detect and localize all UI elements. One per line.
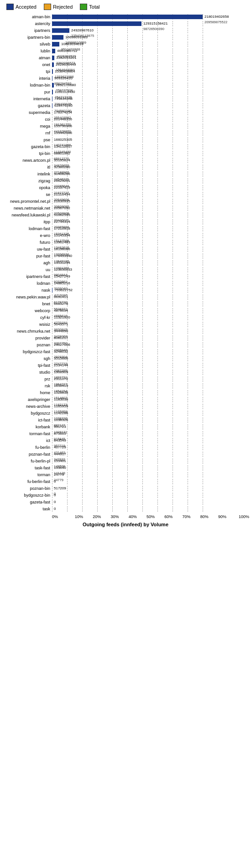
grid-line (173, 267, 173, 272)
grid-line (112, 472, 113, 478)
grid-line (97, 281, 98, 286)
grid-line (112, 205, 113, 211)
bar-area: 66914116179720 (52, 294, 249, 300)
grid-line (127, 452, 128, 457)
grid-line (127, 103, 128, 108)
grid-line (52, 335, 52, 341)
table-row: pur1161113430754713326 (2, 89, 249, 95)
grid-line (157, 465, 158, 471)
bar-accepted (52, 103, 52, 108)
grid-line (112, 499, 113, 505)
grid-line (127, 288, 128, 293)
table-row: fu-berlin407729431462 (2, 444, 249, 451)
grid-line (127, 96, 128, 102)
grid-line (188, 253, 188, 259)
grid-line (157, 458, 158, 464)
grid-line (203, 424, 203, 430)
grid-line (157, 274, 158, 279)
grid-line (173, 308, 173, 313)
row-label: tpi-fast (2, 363, 52, 368)
row-label: prz (2, 377, 52, 381)
table-row: poznan-fast444917347832 (2, 451, 249, 457)
grid-line (203, 164, 203, 170)
grid-line (173, 335, 173, 341)
grid-line (142, 431, 143, 437)
grid-line (203, 431, 203, 437)
grid-line (157, 342, 158, 348)
grid-line (173, 322, 173, 327)
bar-area: 0 (52, 479, 249, 484)
grid-line (142, 130, 143, 136)
grid-line (52, 349, 52, 354)
grid-line (173, 383, 173, 389)
grid-line (67, 493, 68, 498)
grid-line (142, 21, 143, 26)
grid-line (173, 76, 173, 81)
grid-line (142, 48, 143, 54)
grid-line (112, 294, 113, 300)
grid-line (203, 370, 203, 375)
grid-line (67, 445, 68, 450)
grid-line (127, 411, 128, 416)
bar-area: 1038326882127 (52, 417, 249, 423)
grid-line (82, 240, 83, 245)
grid-line (188, 199, 188, 204)
table-row: task0 (2, 506, 249, 512)
row-label: futuro (2, 240, 52, 245)
grid-line (142, 171, 143, 177)
grid-line (203, 274, 203, 279)
grid-line (52, 472, 52, 478)
grid-line (173, 472, 173, 478)
table-row: ict-fast1038326882127 (2, 417, 249, 423)
grid-line (173, 315, 173, 320)
grid-line (188, 233, 188, 238)
grid-line (82, 82, 83, 88)
grid-line (142, 411, 143, 416)
grid-line (188, 69, 188, 74)
grid-line (157, 199, 158, 204)
grid-line (173, 342, 173, 348)
bar-area: 969326420856294593 (52, 76, 249, 81)
grid-line (82, 103, 83, 108)
grid-line (112, 219, 113, 225)
grid-line (157, 247, 158, 252)
table-row: pse166025305140741866 (2, 137, 249, 143)
row-label: axelspringer (2, 397, 52, 402)
grid-line (127, 363, 128, 368)
row-label: wsisiz (2, 322, 52, 327)
row-label: news.chmurka.net (2, 329, 52, 334)
bar-value: 0 (54, 499, 56, 505)
grid-line (173, 404, 173, 409)
grid-line (188, 274, 188, 279)
bar-accepted (52, 62, 54, 67)
grid-line (142, 185, 143, 190)
grid-line (97, 233, 98, 238)
row-label: supermedia (2, 110, 52, 115)
bar-area: 23110721864227 (52, 376, 249, 382)
grid-line (112, 493, 113, 498)
table-row: opoka2253741921827727 (2, 185, 249, 191)
bar-area: 1396248313462616 (52, 240, 249, 245)
grid-line (157, 117, 158, 122)
grid-line (112, 247, 113, 252)
row-label: torman-fast (2, 431, 52, 436)
table-row: supermedia178374254255403582 (2, 109, 249, 116)
grid-line (52, 308, 52, 313)
grid-line (188, 479, 188, 484)
row-label: zigzag (2, 179, 52, 183)
grid-line (188, 89, 188, 95)
grid-line (127, 486, 128, 491)
grid-line (142, 212, 143, 218)
grid-line (127, 185, 128, 190)
grid-line (188, 356, 188, 361)
grid-line (173, 424, 173, 430)
table-row: interia969326420856294593 (2, 75, 249, 82)
grid-line (112, 28, 113, 33)
grid-line (157, 390, 158, 395)
grid-line (112, 240, 113, 245)
grid-line (142, 294, 143, 300)
grid-line (203, 219, 203, 225)
grid-line (97, 411, 98, 416)
row-label: sgh (2, 356, 52, 361)
grid-line (97, 404, 98, 409)
